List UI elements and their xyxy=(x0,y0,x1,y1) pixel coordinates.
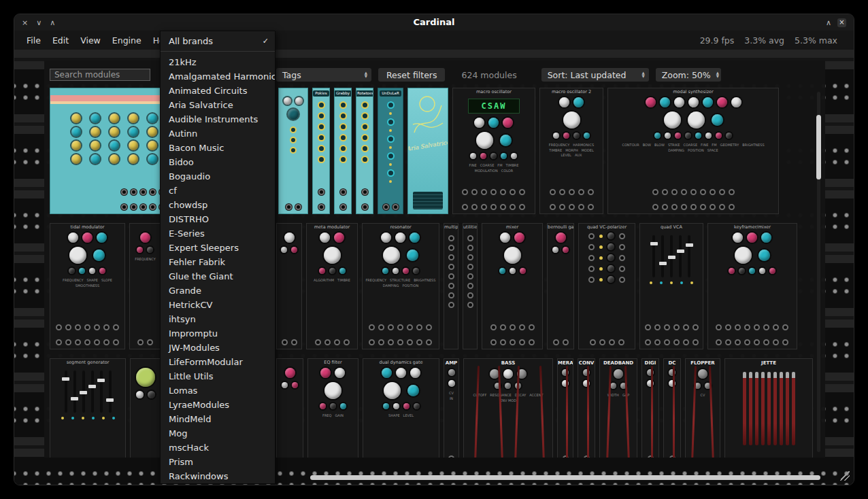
slider-handle[interactable] xyxy=(106,398,114,402)
slider-handle[interactable] xyxy=(71,397,78,400)
brand-menu-item[interactable]: Impromptu xyxy=(161,326,275,341)
brand-menu-item[interactable]: Fehler Fabrik xyxy=(161,255,275,269)
module-card[interactable]: multiples xyxy=(444,223,458,349)
slider-handle[interactable] xyxy=(62,377,69,381)
menu-file[interactable]: File xyxy=(27,35,41,46)
slider-handle[interactable] xyxy=(97,379,105,382)
brand-menu-item[interactable]: Autinn xyxy=(161,126,275,141)
module-card[interactable]: meta modulatorALGORITHMTIMBRE xyxy=(306,223,358,349)
module-card[interactable]: FREQUENCY xyxy=(129,223,161,349)
menu-engine[interactable]: Engine xyxy=(112,35,141,46)
port xyxy=(618,339,624,345)
brand-menu-item[interactable]: MindMeld xyxy=(161,412,275,426)
module-card[interactable] xyxy=(130,358,162,458)
module-card[interactable]: BASSCUTOFFRESONANCEDECAYACCENTENV MOD xyxy=(463,358,553,458)
module-card[interactable]: dual dynamics gateSHAPELEVEL xyxy=(363,358,439,458)
brand-menu-item[interactable]: Bogaudio xyxy=(161,169,275,184)
search-input[interactable] xyxy=(50,69,150,81)
module-card[interactable]: mixer xyxy=(482,223,543,349)
brand-menu-item-label: Bidoo xyxy=(169,155,194,169)
module-card[interactable]: utilities xyxy=(463,223,478,349)
brand-menu-item[interactable]: Glue the Giant xyxy=(161,269,275,283)
zoom-select[interactable]: Zoom: 50% ▲▼ xyxy=(656,68,721,82)
slider-handle[interactable] xyxy=(668,256,675,259)
brand-menu-item[interactable]: Audible Instruments xyxy=(161,112,275,126)
chevron-down-icon[interactable]: ∨ xyxy=(36,19,41,27)
module-card[interactable]: DIGI xyxy=(641,358,659,458)
brand-menu-item[interactable]: Animated Circuits xyxy=(161,84,275,98)
slider-handle[interactable] xyxy=(80,391,87,394)
brand-menu-item[interactable]: Rackwindows xyxy=(161,469,275,483)
module-card[interactable]: MERA xyxy=(557,358,573,458)
module-card[interactable] xyxy=(278,88,308,214)
module-card[interactable]: quad VCA xyxy=(639,223,703,349)
slider-handle[interactable] xyxy=(677,250,684,253)
module-card[interactable] xyxy=(276,358,303,458)
module-card[interactable] xyxy=(276,223,302,349)
brand-menu-item[interactable]: chowdsp xyxy=(161,198,275,212)
param-label: STRUCTURE xyxy=(390,278,410,283)
brand-menu-item[interactable]: mscHack xyxy=(161,441,275,455)
close-window-icon[interactable]: × xyxy=(22,19,28,27)
brand-menu-item[interactable]: JW-Modules xyxy=(161,341,275,355)
module-card[interactable]: modal synthesizerCONTOURBOWBLOWSTRIKECOA… xyxy=(607,88,779,214)
reset-filters-button[interactable]: Reset filters xyxy=(378,68,445,82)
tags-select[interactable]: Tags ▲▼ xyxy=(276,68,371,82)
brand-menu-item[interactable]: Grande xyxy=(161,283,275,298)
module-card[interactable]: CONV xyxy=(578,358,595,458)
brand-menu-item[interactable]: HetrickCV xyxy=(161,298,275,312)
module-card[interactable]: quad VC-polarizer xyxy=(578,223,635,349)
port xyxy=(690,189,697,195)
module-card[interactable]: tidal modulatorFREQUENCYSHAPESLOPESMOOTH… xyxy=(50,223,125,349)
brand-menu-item[interactable]: Amalgamated Harmonics xyxy=(161,69,275,84)
module-card[interactable]: segment generator xyxy=(50,358,126,458)
brand-menu-item[interactable]: Bidoo xyxy=(161,155,275,169)
port xyxy=(426,324,432,330)
module-card[interactable]: resonatorFREQUENCYSTRUCTUREBRIGHTNESSDAM… xyxy=(362,223,439,349)
menu-view[interactable]: View xyxy=(80,35,101,46)
brand-menu-item[interactable]: cf xyxy=(161,184,275,198)
slider-handle[interactable] xyxy=(88,385,96,388)
brand-menu-item[interactable]: DISTRHO xyxy=(161,212,275,226)
brand-menu-item[interactable]: Prism xyxy=(161,455,275,469)
brand-menu-item[interactable]: LyraeModules xyxy=(161,398,275,412)
module-card[interactable]: bernoulli gate xyxy=(547,223,574,349)
module-card[interactable]: Pokies xyxy=(312,88,330,214)
menu-edit[interactable]: Edit xyxy=(52,35,69,46)
resize-grip[interactable] xyxy=(839,470,850,481)
brand-menu-item[interactable]: Aria Salvatrice xyxy=(161,98,275,112)
module-card[interactable]: AMPCVIN xyxy=(444,358,459,458)
brand-menu-item[interactable]: 21kHz xyxy=(161,55,275,69)
module-title: macro oscillator 2 xyxy=(540,88,603,95)
brand-menu-item[interactable]: ihtsyn xyxy=(161,312,275,326)
horizontal-scrollbar[interactable] xyxy=(310,475,820,480)
pin-top-icon[interactable]: ∧ xyxy=(826,19,831,27)
brand-menu-item[interactable]: Mog xyxy=(161,426,275,441)
module-card[interactable]: UnDuLaR xyxy=(378,88,403,214)
vertical-scrollbar[interactable] xyxy=(816,115,821,179)
module-card[interactable]: JETTE xyxy=(724,358,813,458)
brand-menu-item[interactable]: E-Series xyxy=(161,226,275,241)
module-card[interactable]: Rotatoes xyxy=(356,88,373,214)
slider-handle[interactable] xyxy=(659,262,667,265)
brand-menu-item[interactable]: LifeFormModular xyxy=(161,355,275,369)
module-card[interactable]: keyframer/mixer xyxy=(707,223,797,349)
module-card[interactable]: DEADBANDWIDTHGAP xyxy=(599,358,637,458)
brand-menu-item[interactable]: Expert Sleepers xyxy=(161,241,275,255)
brand-menu-item[interactable]: Bacon Music xyxy=(161,141,275,155)
module-card[interactable]: macro oscillatorCSAWFINECOARSEFMTIMBREMO… xyxy=(452,88,535,214)
close-box-icon[interactable]: × xyxy=(837,18,846,27)
sort-select[interactable]: Sort: Last updated ▲▼ xyxy=(541,68,649,82)
module-card[interactable]: macro oscillator 2FREQUENCYHARMONICSTIMB… xyxy=(539,88,603,214)
chevron-up-icon[interactable]: ∧ xyxy=(50,19,55,27)
module-card[interactable]: DC xyxy=(663,358,681,458)
brand-menu-item[interactable]: Little Utils xyxy=(161,369,275,383)
module-card[interactable]: EQ filterFREQGAIN xyxy=(307,358,358,458)
slider-handle[interactable] xyxy=(686,243,693,247)
module-card[interactable]: FLOPPERCV xyxy=(685,358,720,458)
brand-menu-item[interactable]: Lomas xyxy=(161,383,275,398)
module-card[interactable]: Grabby xyxy=(334,88,352,214)
module-card[interactable]: Aria SalvatriceAria Salvatrice xyxy=(407,88,448,214)
slider-handle[interactable] xyxy=(650,242,658,245)
brand-menu-item-selected[interactable]: All brands ✓ xyxy=(161,34,275,48)
